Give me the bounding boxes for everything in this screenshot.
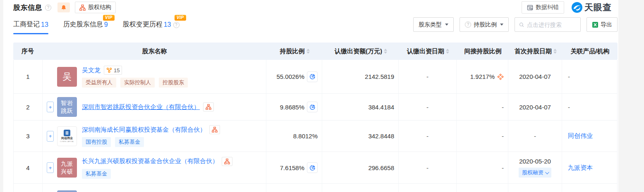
funding-round-tag[interactable]: 股权融资 <box>519 168 551 178</box>
related-product-link[interactable]: 九派资本 <box>568 164 593 172</box>
shareholder-cell: + 智岩跳跃 深圳市智岩跳跃投资合伙企业（有限合伙） <box>43 94 266 120</box>
sort-icon <box>384 49 387 54</box>
relations-badge[interactable]: 15 <box>104 66 122 75</box>
expand-button[interactable]: + <box>47 131 54 142</box>
page-background-left <box>0 0 3 192</box>
related-cell: - <box>562 94 617 120</box>
equity-pie-button[interactable] <box>307 162 318 173</box>
expand-button[interactable]: + <box>47 162 54 173</box>
shareholder-name-link[interactable]: 深圳南海成长同赢股权投资基金（有限合伙） <box>82 126 206 134</box>
table-row: 4 + 九派兴硕 长兴九派兴硕股权投资基金合伙企业（有限合伙） <box>14 152 617 184</box>
column-header-invest-date[interactable]: 认缴出资日期 <box>399 47 457 55</box>
shareholder-name-link[interactable]: 深圳市智岩跳跃投资合伙企业（有限合伙） <box>82 103 200 111</box>
search-box[interactable] <box>515 17 581 32</box>
org-chart-icon <box>79 5 86 11</box>
shareholder-info-card: 股东信息 ? 股权结构 数据纠错 <box>3 0 618 192</box>
tab-count: 13 <box>41 21 48 28</box>
tab-label: 工商登记 <box>13 20 40 29</box>
avatar: 吴 <box>57 67 77 87</box>
row-seq: 4 <box>14 152 43 183</box>
bell-icon <box>61 5 67 11</box>
invest-date-cell <box>399 184 457 192</box>
column-header-seq: 序号 <box>13 47 42 55</box>
related-product-link[interactable]: 同创伟业 <box>568 132 593 140</box>
table-row: + 金色 <box>14 184 617 192</box>
first-date-cell: 2020-05-20 股权融资 <box>508 152 562 183</box>
column-header-amount[interactable]: 认缴出资额(万元) <box>323 47 399 55</box>
avatar: 九派兴硕 <box>57 158 77 178</box>
page-background-right <box>618 0 644 192</box>
related-cell <box>562 184 617 192</box>
tab-historical-shareholders[interactable]: 历史股东信息 9 VIP <box>63 20 108 34</box>
equity-pie-button[interactable] <box>307 102 318 112</box>
org-structure-badge[interactable] <box>203 102 214 111</box>
org-structure-badge[interactable] <box>222 157 232 166</box>
brand-name: 天眼查 <box>584 2 612 13</box>
row-seq: 2 <box>14 94 43 120</box>
column-header-indirect-ratio: 间接持股比例 <box>457 47 509 55</box>
shareholders-table: 序号 股东名称 持股比例 认缴出资额(万元) 认缴出资日期 间接持股比例 首次持… <box>13 43 618 192</box>
shareholder-cell: + 同创伟业 COWIN CAPITAL 深圳南海成长同赢股权投资基金（有限合伙… <box>43 121 266 152</box>
indirect-ratio-cell: - <box>457 152 508 183</box>
pie-chart-icon <box>309 104 316 110</box>
excel-icon <box>592 21 599 28</box>
invest-date-cell: - <box>399 121 457 152</box>
column-header-name: 股东名称 <box>42 47 267 55</box>
cowin-logo-icon <box>64 130 70 136</box>
shareholder-cell: + 金色 <box>43 184 266 192</box>
category-tag: 私募基金 <box>115 137 144 147</box>
row-seq: 1 <box>14 60 43 93</box>
toolbar: 工商登记 13 历史股东信息 9 VIP 股权变更历程 13 VIP ? 股东类… <box>13 17 618 34</box>
indirect-ratio-cell: 1.9217% <box>457 60 508 93</box>
amount-cell <box>322 184 399 192</box>
org-chart-icon <box>206 104 211 110</box>
help-icon[interactable]: ? <box>45 5 51 11</box>
column-header-first-date[interactable]: 首次持股日期 <box>509 47 563 55</box>
expand-button[interactable]: + <box>47 102 54 112</box>
data-correction-label: 数据纠错 <box>536 4 559 11</box>
shareholder-type-dropdown[interactable]: 股东类型 <box>413 17 454 32</box>
invest-date-cell: - <box>399 94 457 120</box>
sort-icon <box>553 49 557 54</box>
first-date-cell: 2020-04-07 <box>508 94 562 120</box>
vip-badge: VIP <box>175 15 186 21</box>
search-icon <box>519 22 524 28</box>
equity-pie-button[interactable] <box>307 71 318 82</box>
ratio-cell: 55.0026% <box>266 60 322 93</box>
amount-cell: 296.6658 <box>322 152 399 183</box>
relations-count: 15 <box>114 67 120 73</box>
filters: 股东类型 ? 持股比例 导出 <box>413 17 618 34</box>
data-correction-button[interactable]: 数据纠错 <box>522 1 564 14</box>
tab-count: 9 <box>104 21 108 28</box>
amount-cell: 384.4184 <box>322 94 399 120</box>
export-label: 导出 <box>601 21 612 28</box>
column-header-ratio[interactable]: 持股比例 <box>267 47 323 55</box>
ratio-cell <box>266 184 322 192</box>
help-icon: ? <box>465 21 471 28</box>
tab-business-registration[interactable]: 工商登记 13 <box>13 20 48 34</box>
first-date-cell: - <box>508 121 562 152</box>
sort-icon <box>446 49 449 54</box>
row-seq: 3 <box>14 121 43 152</box>
penetration-icon[interactable] <box>497 73 504 80</box>
subscribe-bell-button[interactable] <box>57 2 70 12</box>
holding-ratio-dropdown[interactable]: ? 持股比例 <box>460 17 509 32</box>
shareholder-name-link[interactable]: 长兴九派兴硕股权投资基金合伙企业（有限合伙） <box>82 157 218 165</box>
shareholder-name-link[interactable]: 吴文龙 <box>82 66 101 74</box>
pie-chart-icon <box>309 165 316 171</box>
equity-structure-label: 股权结构 <box>88 4 111 11</box>
equity-structure-button[interactable]: 股权结构 <box>75 2 116 13</box>
brand-logo[interactable]: 天眼查 <box>572 2 612 13</box>
table-body: 1 吴 吴文龙 15 <box>13 60 618 192</box>
invest-date-cell: - <box>399 60 457 93</box>
indirect-ratio-cell <box>457 184 508 192</box>
chevron-down-icon <box>545 170 549 174</box>
tabs: 工商登记 13 历史股东信息 9 VIP 股权变更历程 13 VIP ? <box>13 20 180 34</box>
help-icon[interactable]: ? <box>173 22 180 28</box>
tab-equity-change-history[interactable]: 股权变更历程 13 VIP ? <box>123 20 180 34</box>
export-button[interactable]: 导出 <box>587 17 618 32</box>
org-structure-badge[interactable] <box>209 125 220 134</box>
search-input[interactable] <box>527 21 576 28</box>
first-date-cell <box>508 184 562 192</box>
card-header: 股东信息 ? 股权结构 数据纠错 <box>13 2 618 13</box>
